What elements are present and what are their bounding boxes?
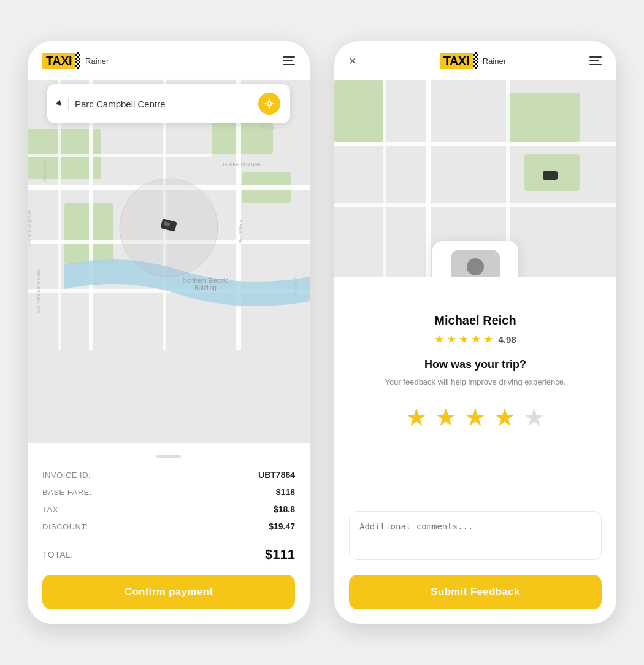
logo-checker <box>75 52 80 69</box>
invoice-id-label: INVOICE ID: <box>42 471 91 480</box>
svg-text:Rue des Seigneurs: Rue des Seigneurs <box>28 209 32 246</box>
close-button[interactable]: × <box>349 54 356 68</box>
feedback-bottom: Submit Feedback <box>334 511 616 624</box>
star-4: ★ <box>471 332 481 346</box>
right-logo-taxi-text: TAXI <box>440 53 473 69</box>
total-label: TOTAL: <box>42 550 74 559</box>
search-divider <box>68 98 69 110</box>
svg-rect-33 <box>506 93 580 142</box>
logo-rainer-text: Rainer <box>85 56 109 66</box>
svg-rect-35 <box>334 80 383 142</box>
rating-star-2[interactable]: ★ <box>435 403 457 431</box>
confirm-payment-button[interactable]: Confirm payment <box>42 575 295 609</box>
navigation-arrow-icon <box>56 100 64 108</box>
feedback-subtitle: Your feedback will help improve driving … <box>385 376 565 388</box>
tax-label: TAX: <box>42 505 61 514</box>
svg-text:Building: Building <box>194 285 217 291</box>
right-logo: TAXI Rainer <box>440 52 506 69</box>
right-logo-rainer-text: Rainer <box>483 56 506 66</box>
svg-point-43 <box>467 258 484 275</box>
feedback-panel: Michael Reich ★ ★ ★ ★ ★ 4.98 How was you… <box>334 277 616 511</box>
driver-card-overlay <box>432 241 518 277</box>
right-phone-screen: × TAXI Rainer <box>334 41 616 624</box>
base-fare-label: BASE FARE: <box>42 488 92 497</box>
rating-score: 4.98 <box>498 334 516 345</box>
rating-star-4[interactable]: ★ <box>494 403 516 431</box>
comments-input[interactable] <box>349 511 602 560</box>
left-phone-screen: TAXI Rainer Parc Campbell Centre <box>28 41 310 624</box>
left-header: TAXI Rainer <box>28 41 310 80</box>
total-value: $111 <box>265 547 295 563</box>
invoice-panel: INVOICE ID: UBT7864 BASE FARE: $118 TAX:… <box>28 443 310 624</box>
target-icon <box>264 98 275 109</box>
right-map <box>334 80 616 277</box>
total-row: TOTAL: $111 <box>42 539 295 563</box>
svg-text:Rue Notre-Dame Ouest: Rue Notre-Dame Ouest <box>36 268 40 313</box>
svg-text:Rue William: Rue William <box>239 220 243 243</box>
svg-text:Autoroute: Autoroute <box>42 160 47 182</box>
right-hamburger-menu-icon[interactable] <box>589 56 602 65</box>
invoice-id-row: INVOICE ID: UBT7864 <box>42 470 295 480</box>
base-fare-row: BASE FARE: $118 <box>42 487 295 497</box>
driver-rating-row: ★ ★ ★ ★ ★ 4.98 <box>434 332 516 346</box>
rating-star-3[interactable]: ★ <box>464 403 486 431</box>
svg-rect-38 <box>426 80 431 277</box>
rating-star-5[interactable]: ★ <box>523 403 545 431</box>
star-2: ★ <box>447 332 456 346</box>
svg-text:GRIFFINTOWN: GRIFFINTOWN <box>223 161 261 167</box>
search-bar[interactable]: Parc Campbell Centre <box>47 84 290 123</box>
star-5: ★ <box>483 332 493 346</box>
search-input-text[interactable]: Parc Campbell Centre <box>75 99 252 109</box>
location-target-button[interactable] <box>258 93 280 115</box>
svg-text:Northern Electric: Northern Electric <box>183 277 228 284</box>
star-rating-input[interactable]: ★ ★ ★ ★ ★ <box>405 403 545 431</box>
driver-name: Michael Reich <box>434 313 516 328</box>
rating-star-1[interactable]: ★ <box>405 403 427 431</box>
svg-text:Rue De C...: Rue De C... <box>294 272 298 295</box>
submit-feedback-button[interactable]: Submit Feedback <box>349 575 602 609</box>
svg-rect-40 <box>383 80 386 277</box>
left-logo: TAXI Rainer <box>42 52 109 69</box>
star-3: ★ <box>459 332 469 346</box>
base-fare-value: $118 <box>276 487 295 497</box>
svg-rect-41 <box>543 171 558 180</box>
svg-point-0 <box>267 102 271 106</box>
discount-label: DISCOUNT: <box>42 522 88 531</box>
left-map: Northern Electric Building GRIFFINTOWN A… <box>28 80 310 443</box>
feedback-title: How was your trip? <box>424 358 526 371</box>
logo-taxi-text: TAXI <box>42 53 75 69</box>
driver-avatar-svg <box>451 250 500 277</box>
svg-text:Rue Ba...: Rue Ba... <box>261 126 278 130</box>
discount-value: $19.47 <box>269 521 295 531</box>
svg-rect-12 <box>28 154 212 157</box>
tax-value: $18.8 <box>274 504 295 514</box>
right-header: × TAXI Rainer <box>334 41 616 80</box>
discount-row: DISCOUNT: $19.47 <box>42 521 295 531</box>
driver-avatar <box>451 250 500 277</box>
screens-container: TAXI Rainer Parc Campbell Centre <box>15 17 629 648</box>
star-1: ★ <box>434 332 444 346</box>
drag-handle <box>156 455 181 458</box>
right-logo-checker <box>473 52 478 69</box>
svg-rect-36 <box>334 142 616 146</box>
invoice-id-value: UBT7864 <box>258 470 295 480</box>
svg-rect-37 <box>334 203 616 207</box>
tax-row: TAX: $18.8 <box>42 504 295 514</box>
hamburger-menu-icon[interactable] <box>283 56 295 65</box>
